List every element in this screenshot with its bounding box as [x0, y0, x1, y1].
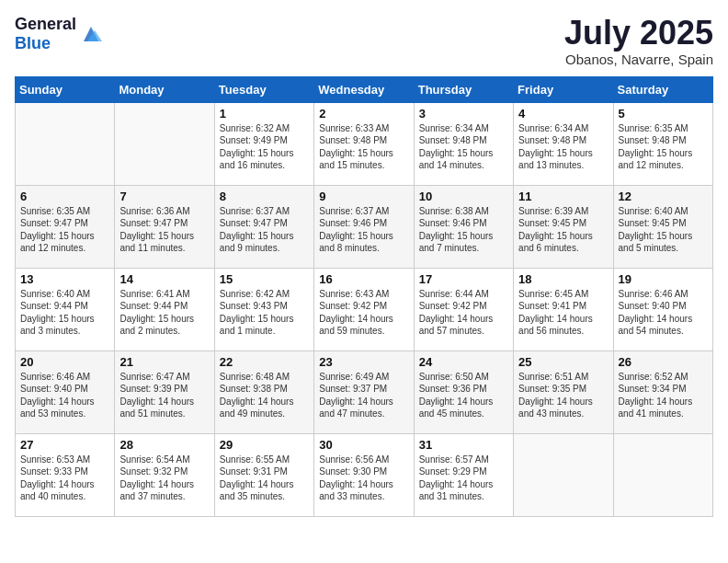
- calendar-cell: 20Sunrise: 6:46 AM Sunset: 9:40 PM Dayli…: [16, 350, 115, 433]
- title-section: July 2025 Obanos, Navarre, Spain: [564, 15, 713, 67]
- day-number: 28: [119, 438, 209, 452]
- day-info: Sunrise: 6:50 AM Sunset: 9:36 PM Dayligh…: [419, 371, 508, 420]
- day-number: 29: [220, 438, 309, 452]
- day-info: Sunrise: 6:39 AM Sunset: 9:45 PM Dayligh…: [518, 205, 608, 255]
- calendar-cell: 3Sunrise: 6:34 AM Sunset: 9:48 PM Daylig…: [414, 102, 513, 185]
- day-info: Sunrise: 6:48 AM Sunset: 9:38 PM Dayligh…: [220, 371, 309, 420]
- day-info: Sunrise: 6:46 AM Sunset: 9:40 PM Dayligh…: [619, 288, 708, 338]
- day-number: 26: [619, 355, 708, 369]
- weekday-header-thursday: Thursday: [414, 76, 513, 102]
- day-number: 6: [20, 190, 109, 203]
- calendar-week-row: 13Sunrise: 6:40 AM Sunset: 9:44 PM Dayli…: [16, 268, 713, 350]
- logo-icon: [78, 21, 104, 47]
- calendar-cell: [613, 433, 712, 516]
- day-number: 23: [319, 355, 408, 369]
- day-number: 11: [518, 190, 608, 203]
- day-number: 31: [419, 438, 508, 452]
- calendar-cell: 16Sunrise: 6:43 AM Sunset: 9:42 PM Dayli…: [314, 268, 414, 350]
- calendar-cell: [115, 102, 214, 185]
- calendar-cell: 23Sunrise: 6:49 AM Sunset: 9:37 PM Dayli…: [314, 350, 414, 433]
- calendar-cell: 15Sunrise: 6:42 AM Sunset: 9:43 PM Dayli…: [214, 268, 313, 350]
- logo-general: General: [15, 15, 76, 33]
- calendar-week-row: 6Sunrise: 6:35 AM Sunset: 9:47 PM Daylig…: [16, 185, 713, 268]
- calendar-week-row: 20Sunrise: 6:46 AM Sunset: 9:40 PM Dayli…: [16, 350, 713, 433]
- day-info: Sunrise: 6:54 AM Sunset: 9:32 PM Dayligh…: [119, 454, 209, 503]
- day-number: 13: [20, 272, 109, 286]
- calendar-cell: 5Sunrise: 6:35 AM Sunset: 9:48 PM Daylig…: [613, 102, 712, 185]
- day-info: Sunrise: 6:52 AM Sunset: 9:34 PM Dayligh…: [619, 371, 708, 420]
- calendar-cell: 11Sunrise: 6:39 AM Sunset: 9:45 PM Dayli…: [514, 185, 613, 268]
- day-info: Sunrise: 6:56 AM Sunset: 9:30 PM Dayligh…: [319, 454, 408, 503]
- calendar-cell: 17Sunrise: 6:44 AM Sunset: 9:42 PM Dayli…: [414, 268, 513, 350]
- day-info: Sunrise: 6:38 AM Sunset: 9:46 PM Dayligh…: [419, 205, 508, 255]
- day-info: Sunrise: 6:34 AM Sunset: 9:48 PM Dayligh…: [518, 122, 608, 172]
- page-header: General Blue July 2025 Obanos, Navarre, …: [15, 15, 713, 67]
- weekday-header-friday: Friday: [514, 76, 613, 102]
- day-number: 30: [319, 438, 408, 452]
- weekday-header-tuesday: Tuesday: [214, 76, 313, 102]
- calendar-cell: 26Sunrise: 6:52 AM Sunset: 9:34 PM Dayli…: [613, 350, 712, 433]
- day-info: Sunrise: 6:57 AM Sunset: 9:29 PM Dayligh…: [419, 454, 508, 503]
- day-info: Sunrise: 6:37 AM Sunset: 9:47 PM Dayligh…: [220, 205, 309, 255]
- calendar-table: SundayMondayTuesdayWednesdayThursdayFrid…: [15, 76, 713, 517]
- month-year-title: July 2025: [564, 15, 713, 52]
- calendar-cell: [514, 433, 613, 516]
- calendar-cell: 30Sunrise: 6:56 AM Sunset: 9:30 PM Dayli…: [314, 433, 414, 516]
- day-number: 24: [419, 355, 508, 369]
- day-info: Sunrise: 6:42 AM Sunset: 9:43 PM Dayligh…: [220, 288, 309, 338]
- calendar-cell: 6Sunrise: 6:35 AM Sunset: 9:47 PM Daylig…: [16, 185, 115, 268]
- day-info: Sunrise: 6:35 AM Sunset: 9:48 PM Dayligh…: [619, 122, 708, 172]
- day-info: Sunrise: 6:51 AM Sunset: 9:35 PM Dayligh…: [518, 371, 608, 420]
- day-number: 8: [220, 190, 309, 203]
- weekday-header-sunday: Sunday: [16, 76, 115, 102]
- calendar-cell: 21Sunrise: 6:47 AM Sunset: 9:39 PM Dayli…: [115, 350, 214, 433]
- day-number: 14: [119, 272, 209, 286]
- calendar-cell: 1Sunrise: 6:32 AM Sunset: 9:49 PM Daylig…: [214, 102, 313, 185]
- calendar-cell: 29Sunrise: 6:55 AM Sunset: 9:31 PM Dayli…: [214, 433, 313, 516]
- day-number: 2: [319, 107, 408, 121]
- logo: General Blue: [15, 15, 104, 53]
- calendar-cell: 2Sunrise: 6:33 AM Sunset: 9:48 PM Daylig…: [314, 102, 414, 185]
- calendar-week-row: 1Sunrise: 6:32 AM Sunset: 9:49 PM Daylig…: [16, 102, 713, 185]
- calendar-cell: 18Sunrise: 6:45 AM Sunset: 9:41 PM Dayli…: [514, 268, 613, 350]
- calendar-cell: 7Sunrise: 6:36 AM Sunset: 9:47 PM Daylig…: [115, 185, 214, 268]
- calendar-cell: 25Sunrise: 6:51 AM Sunset: 9:35 PM Dayli…: [514, 350, 613, 433]
- day-number: 17: [419, 272, 508, 286]
- calendar-cell: 22Sunrise: 6:48 AM Sunset: 9:38 PM Dayli…: [214, 350, 313, 433]
- day-number: 25: [518, 355, 608, 369]
- day-info: Sunrise: 6:36 AM Sunset: 9:47 PM Dayligh…: [119, 205, 209, 255]
- calendar-cell: 4Sunrise: 6:34 AM Sunset: 9:48 PM Daylig…: [514, 102, 613, 185]
- day-info: Sunrise: 6:45 AM Sunset: 9:41 PM Dayligh…: [518, 288, 608, 338]
- day-info: Sunrise: 6:47 AM Sunset: 9:39 PM Dayligh…: [119, 371, 209, 420]
- calendar-cell: 19Sunrise: 6:46 AM Sunset: 9:40 PM Dayli…: [613, 268, 712, 350]
- day-number: 19: [619, 272, 708, 286]
- day-info: Sunrise: 6:55 AM Sunset: 9:31 PM Dayligh…: [220, 454, 309, 503]
- day-number: 9: [319, 190, 408, 203]
- day-info: Sunrise: 6:43 AM Sunset: 9:42 PM Dayligh…: [319, 288, 408, 338]
- calendar-cell: 31Sunrise: 6:57 AM Sunset: 9:29 PM Dayli…: [414, 433, 513, 516]
- calendar-cell: 10Sunrise: 6:38 AM Sunset: 9:46 PM Dayli…: [414, 185, 513, 268]
- calendar-cell: 24Sunrise: 6:50 AM Sunset: 9:36 PM Dayli…: [414, 350, 513, 433]
- day-info: Sunrise: 6:41 AM Sunset: 9:44 PM Dayligh…: [119, 288, 209, 338]
- calendar-cell: 13Sunrise: 6:40 AM Sunset: 9:44 PM Dayli…: [16, 268, 115, 350]
- day-number: 22: [220, 355, 309, 369]
- calendar-cell: 12Sunrise: 6:40 AM Sunset: 9:45 PM Dayli…: [613, 185, 712, 268]
- weekday-header-saturday: Saturday: [613, 76, 712, 102]
- calendar-cell: 8Sunrise: 6:37 AM Sunset: 9:47 PM Daylig…: [214, 185, 313, 268]
- day-number: 7: [119, 190, 209, 203]
- weekday-header-row: SundayMondayTuesdayWednesdayThursdayFrid…: [16, 76, 713, 102]
- day-number: 16: [319, 272, 408, 286]
- day-number: 1: [220, 107, 309, 121]
- logo-text: General Blue: [15, 15, 76, 53]
- day-info: Sunrise: 6:34 AM Sunset: 9:48 PM Dayligh…: [419, 122, 508, 172]
- day-info: Sunrise: 6:46 AM Sunset: 9:40 PM Dayligh…: [20, 371, 109, 420]
- day-info: Sunrise: 6:53 AM Sunset: 9:33 PM Dayligh…: [20, 454, 109, 503]
- day-info: Sunrise: 6:44 AM Sunset: 9:42 PM Dayligh…: [419, 288, 508, 338]
- day-info: Sunrise: 6:33 AM Sunset: 9:48 PM Dayligh…: [319, 122, 408, 172]
- logo-blue: Blue: [15, 34, 51, 52]
- day-number: 3: [419, 107, 508, 121]
- day-number: 10: [419, 190, 508, 203]
- day-number: 5: [619, 107, 708, 121]
- day-number: 15: [220, 272, 309, 286]
- day-number: 21: [119, 355, 209, 369]
